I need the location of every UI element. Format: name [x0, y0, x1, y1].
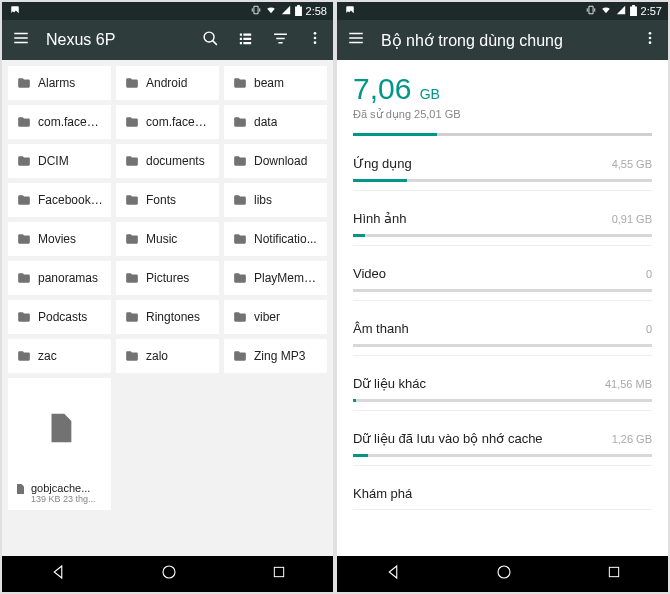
- category-name: Dữ liệu khác: [353, 376, 426, 391]
- category-value: 41,56 MB: [605, 378, 652, 390]
- category-bar: [353, 399, 652, 402]
- folder-label: data: [254, 115, 277, 129]
- svg-point-2: [314, 37, 317, 40]
- folder-label: panoramas: [38, 271, 98, 285]
- folder-item[interactable]: Notificatio...: [224, 222, 327, 256]
- folder-item[interactable]: com.faceb...: [8, 105, 111, 139]
- overflow-icon[interactable]: [642, 30, 658, 50]
- folder-label: Notificatio...: [254, 232, 317, 246]
- file-name: gobjcache...: [31, 482, 96, 494]
- folder-label: com.faceb...: [38, 115, 103, 129]
- folder-item[interactable]: Zing MP3: [224, 339, 327, 373]
- storage-category[interactable]: Dữ liệu khác41,56 MB: [353, 376, 652, 411]
- storage-category[interactable]: Ứng dụng4,55 GB: [353, 156, 652, 191]
- category-value: 4,55 GB: [612, 158, 652, 170]
- category-bar: [353, 289, 652, 292]
- category-value: 0,91 GB: [612, 213, 652, 225]
- nav-back-icon[interactable]: [49, 563, 67, 585]
- category-value: 0: [646, 323, 652, 335]
- svg-point-1: [314, 32, 317, 35]
- used-value: 7,06: [353, 72, 411, 105]
- folder-item[interactable]: zac: [8, 339, 111, 373]
- nav-back-icon[interactable]: [384, 563, 402, 585]
- folder-item[interactable]: Android: [116, 66, 219, 100]
- signal-icon: [281, 5, 291, 17]
- category-bar: [353, 344, 652, 347]
- folder-label: Zing MP3: [254, 349, 305, 363]
- folder-label: Alarms: [38, 76, 75, 90]
- sort-icon[interactable]: [272, 30, 289, 51]
- folder-item[interactable]: zalo: [116, 339, 219, 373]
- nav-recent-icon[interactable]: [271, 564, 287, 584]
- storage-category[interactable]: Khám phá: [353, 486, 652, 510]
- storage-category[interactable]: Âm thanh0: [353, 321, 652, 356]
- nav-home-icon[interactable]: [160, 563, 178, 585]
- category-value: 1,26 GB: [612, 433, 652, 445]
- folder-item[interactable]: PlayMemo...: [224, 261, 327, 295]
- overflow-icon[interactable]: [307, 30, 323, 50]
- battery-icon: [630, 5, 637, 18]
- folder-item[interactable]: Movies: [8, 222, 111, 256]
- category-bar: [353, 454, 652, 457]
- file-meta: 139 KB 23 thg...: [31, 494, 96, 504]
- wifi-icon: [265, 5, 277, 17]
- folder-label: beam: [254, 76, 284, 90]
- folder-label: zalo: [146, 349, 168, 363]
- folder-item[interactable]: documents: [116, 144, 219, 178]
- image-icon: [10, 5, 20, 17]
- folder-label: Download: [254, 154, 307, 168]
- page-title: Bộ nhớ trong dùng chung: [381, 31, 626, 50]
- view-list-icon[interactable]: [237, 30, 254, 51]
- folder-item[interactable]: Pictures: [116, 261, 219, 295]
- folder-label: com.faceb...: [146, 115, 211, 129]
- folder-label: Facebook ...: [38, 193, 103, 207]
- svg-point-3: [314, 41, 317, 44]
- phone-left: 2:58 Nexus 6P AlarmsAndroidbeamcom.faceb…: [2, 2, 333, 592]
- storage-category[interactable]: Dữ liệu đã lưu vào bộ nhớ cache1,26 GB: [353, 431, 652, 466]
- wifi-icon: [600, 5, 612, 17]
- file-card[interactable]: gobjcache...139 KB 23 thg...: [8, 378, 111, 510]
- svg-point-4: [163, 566, 175, 578]
- category-bar: [353, 179, 652, 182]
- folder-item[interactable]: DCIM: [8, 144, 111, 178]
- folder-label: PlayMemo...: [254, 271, 319, 285]
- svg-point-8: [649, 41, 652, 44]
- used-unit: GB: [420, 86, 440, 102]
- folder-item[interactable]: Alarms: [8, 66, 111, 100]
- folder-label: Music: [146, 232, 177, 246]
- signal-icon: [616, 5, 626, 17]
- statusbar: 2:58: [2, 2, 333, 20]
- storage-category[interactable]: Hình ảnh0,91 GB: [353, 211, 652, 246]
- menu-icon[interactable]: [12, 29, 30, 51]
- folder-label: Movies: [38, 232, 76, 246]
- folder-item[interactable]: panoramas: [8, 261, 111, 295]
- folder-item[interactable]: viber: [224, 300, 327, 334]
- menu-icon[interactable]: [347, 29, 365, 51]
- folder-item[interactable]: Fonts: [116, 183, 219, 217]
- folder-item[interactable]: data: [224, 105, 327, 139]
- folder-item[interactable]: Podcasts: [8, 300, 111, 334]
- folder-item[interactable]: Download: [224, 144, 327, 178]
- folder-item[interactable]: com.faceb...: [116, 105, 219, 139]
- nav-recent-icon[interactable]: [606, 564, 622, 584]
- svg-point-9: [498, 566, 510, 578]
- navbar: [2, 556, 333, 592]
- category-name: Video: [353, 266, 386, 281]
- storage-content: 7,06 GB Đã sử dụng 25,01 GB Ứng dụng4,55…: [337, 60, 668, 556]
- folder-label: Pictures: [146, 271, 189, 285]
- category-name: Khám phá: [353, 486, 412, 501]
- folder-item[interactable]: Ringtones: [116, 300, 219, 334]
- storage-category[interactable]: Video0: [353, 266, 652, 301]
- folder-item[interactable]: Facebook ...: [8, 183, 111, 217]
- phone-right: 2:57 Bộ nhớ trong dùng chung 7,06 GB Đã …: [337, 2, 668, 592]
- statusbar: 2:57: [337, 2, 668, 20]
- status-time: 2:58: [306, 5, 327, 17]
- content: AlarmsAndroidbeamcom.faceb...com.faceb..…: [2, 60, 333, 556]
- svg-point-0: [204, 32, 214, 42]
- folder-label: libs: [254, 193, 272, 207]
- folder-item[interactable]: Music: [116, 222, 219, 256]
- nav-home-icon[interactable]: [495, 563, 513, 585]
- search-icon[interactable]: [202, 30, 219, 51]
- folder-item[interactable]: libs: [224, 183, 327, 217]
- folder-item[interactable]: beam: [224, 66, 327, 100]
